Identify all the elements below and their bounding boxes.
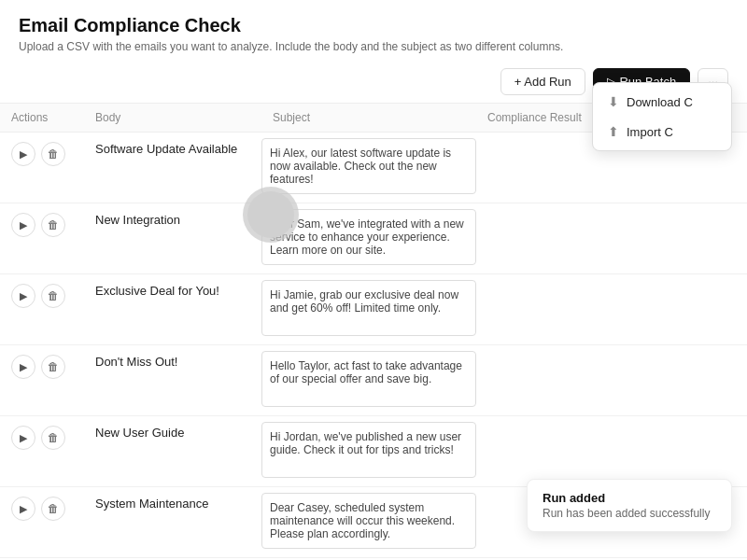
dropdown-item-import[interactable]: ⬆ Import C <box>593 117 731 147</box>
play-icon: ▶ <box>20 148 27 161</box>
col-header-actions: Actions <box>0 104 84 133</box>
delete-button[interactable]: 🗑 <box>41 142 65 166</box>
page: Email Compliance Check Upload a CSV with… <box>0 0 747 560</box>
body-cell: New User Guide <box>84 416 261 487</box>
email-body-label: Don't Miss Out! <box>95 355 177 369</box>
play-button[interactable]: ▶ <box>11 355 35 379</box>
actions-cell: ▶ 🗑 <box>0 487 84 558</box>
subject-textarea[interactable]: Hi Jordan, we've published a new user gu… <box>261 422 476 478</box>
delete-button[interactable]: 🗑 <box>41 497 65 521</box>
import-icon: ⬆ <box>608 124 619 139</box>
body-cell: New Integration <box>84 203 261 274</box>
page-header: Email Compliance Check Upload a CSV with… <box>0 0 747 61</box>
table-row: ▶ 🗑 Don't Miss Out! Hello Taylor, act fa… <box>0 345 747 416</box>
email-body-label: System Maintenance <box>95 497 208 511</box>
page-subtitle: Upload a CSV with the emails you want to… <box>19 40 728 53</box>
actions-cell: ▶ 🗑 <box>0 416 84 487</box>
toast-body: Run has been added successfully <box>543 507 716 520</box>
trash-icon: 🗑 <box>48 360 59 373</box>
table-row: ▶ 🗑 New Integration Dear Sam, we've inte… <box>0 203 747 274</box>
play-button[interactable]: ▶ <box>11 213 35 237</box>
play-button[interactable]: ▶ <box>11 142 35 166</box>
play-icon: ▶ <box>20 290 27 302</box>
body-cell: Exclusive Deal for You! <box>84 274 261 345</box>
subject-textarea[interactable]: Hello Taylor, act fast to take advantage… <box>261 351 476 407</box>
trash-icon: 🗑 <box>48 218 59 231</box>
play-button[interactable]: ▶ <box>11 497 35 521</box>
body-cell: Software Update Available <box>84 133 261 203</box>
action-buttons: ▶ 🗑 <box>11 142 73 166</box>
subject-cell[interactable]: Hi Alex, our latest software update is n… <box>261 133 476 203</box>
trash-icon: 🗑 <box>48 289 59 302</box>
dropdown-item-download[interactable]: ⬇ Download C <box>593 87 731 117</box>
actions-cell: ▶ 🗑 <box>0 345 84 416</box>
trash-icon: 🗑 <box>48 147 59 161</box>
actions-cell: ▶ 🗑 <box>0 133 84 203</box>
play-icon: ▶ <box>20 361 27 373</box>
col-header-subject: Subject <box>261 104 476 133</box>
delete-button[interactable]: 🗑 <box>41 426 65 450</box>
table-row: ▶ 🗑 Exclusive Deal for You! Hi Jamie, gr… <box>0 274 747 345</box>
play-icon: ▶ <box>20 503 27 515</box>
action-buttons: ▶ 🗑 <box>11 284 73 308</box>
subject-cell[interactable]: Hello Taylor, act fast to take advantage… <box>261 345 476 416</box>
table-row: ▶ 🗑 New User Guide Hi Jordan, we've publ… <box>0 416 747 487</box>
toast-notification: Run added Run has been added successfull… <box>527 479 732 532</box>
compliance-cell <box>476 345 747 416</box>
email-body-label: New Integration <box>95 213 180 227</box>
play-button[interactable]: ▶ <box>11 426 35 450</box>
delete-button[interactable]: 🗑 <box>41 355 65 379</box>
compliance-cell <box>476 203 747 274</box>
actions-cell: ▶ 🗑 <box>0 274 84 345</box>
email-body-label: Exclusive Deal for You! <box>95 284 219 298</box>
col-header-body: Body <box>84 104 261 133</box>
action-buttons: ▶ 🗑 <box>11 355 73 379</box>
compliance-cell <box>476 416 747 487</box>
play-button[interactable]: ▶ <box>11 284 35 308</box>
subject-cell[interactable]: Dear Casey, scheduled system maintenance… <box>261 487 476 558</box>
dropdown-import-label: Import C <box>627 125 673 139</box>
delete-button[interactable]: 🗑 <box>41 284 65 308</box>
subject-cell[interactable]: Hi Jordan, we've published a new user gu… <box>261 416 476 487</box>
body-cell: Don't Miss Out! <box>84 345 261 416</box>
body-cell: System Maintenance <box>84 487 261 558</box>
dropdown-download-label: Download C <box>627 95 693 109</box>
page-title: Email Compliance Check <box>19 15 728 36</box>
delete-button[interactable]: 🗑 <box>41 213 65 237</box>
actions-cell: ▶ 🗑 <box>0 203 84 274</box>
dropdown-menu: ⬇ Download C ⬆ Import C <box>592 82 732 151</box>
loading-spinner <box>243 187 299 243</box>
toast-title: Run added <box>543 491 716 505</box>
download-icon: ⬇ <box>608 94 619 109</box>
action-buttons: ▶ 🗑 <box>11 213 73 237</box>
trash-icon: 🗑 <box>48 431 59 444</box>
action-buttons: ▶ 🗑 <box>11 426 73 450</box>
trash-icon: 🗑 <box>48 502 59 515</box>
action-buttons: ▶ 🗑 <box>11 497 73 521</box>
spinner-circle <box>247 191 294 238</box>
email-body-label: New User Guide <box>95 426 184 440</box>
email-body-label: Software Update Available <box>95 142 237 156</box>
subject-textarea[interactable]: Dear Casey, scheduled system maintenance… <box>261 493 476 549</box>
subject-textarea[interactable]: Hi Alex, our latest software update is n… <box>261 138 476 194</box>
subject-cell[interactable]: Hi Jamie, grab our exclusive deal now an… <box>261 274 476 345</box>
subject-textarea[interactable]: Hi Jamie, grab our exclusive deal now an… <box>261 280 476 336</box>
compliance-cell <box>476 274 747 345</box>
play-icon: ▶ <box>20 219 27 231</box>
play-icon: ▶ <box>20 432 27 444</box>
add-run-button[interactable]: + Add Run <box>500 68 585 95</box>
